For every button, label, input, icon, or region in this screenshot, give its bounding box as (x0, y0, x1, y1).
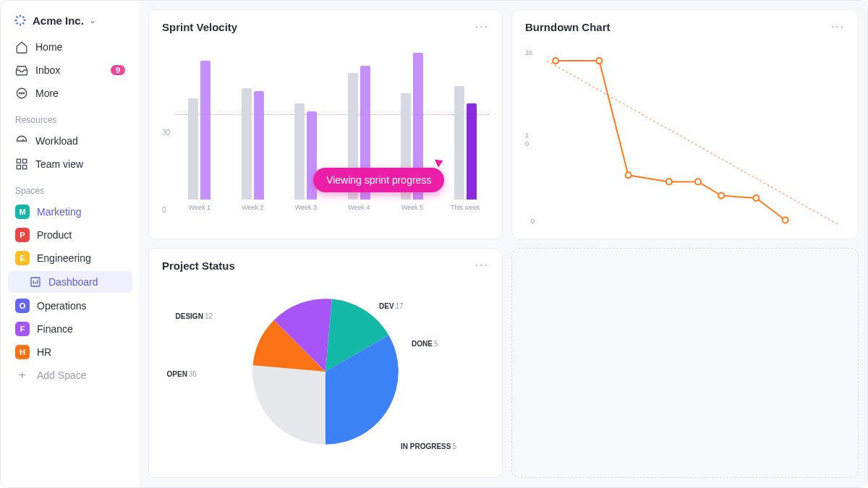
bar-planned (188, 98, 198, 200)
space-token-icon: H (15, 345, 30, 359)
sidebar: Acme Inc. ⌄ Home Inbox 9 More Resources … (1, 1, 140, 487)
y-tick: 30 (162, 129, 170, 137)
svg-point-10 (553, 58, 558, 64)
grid-icon (15, 158, 28, 171)
add-space-button[interactable]: + Add Space (8, 364, 132, 387)
space-label: Engineering (37, 252, 91, 264)
card-title: Burndown Chart (525, 21, 610, 33)
sidebar-space-marketing[interactable]: MMarketing (8, 200, 132, 223)
card-burndown: Burndown Chart ··· 20 1 0 0 (511, 9, 859, 239)
svg-point-16 (753, 195, 759, 201)
sidebar-space-finance[interactable]: FFinance (8, 317, 132, 341)
space-label: Marketing (37, 206, 81, 218)
svg-rect-5 (23, 159, 27, 163)
add-space-label: Add Space (37, 369, 87, 381)
x-tick: Week 5 (401, 204, 423, 211)
y-tick: 20 (525, 49, 532, 56)
sidebar-space-operations[interactable]: OOperations (8, 294, 132, 317)
card-project-status: Project Status ··· OPEN36DESIGN12DEV17DO… (148, 248, 503, 478)
nav-teamview-label: Team view (35, 158, 125, 170)
space-token-icon: E (15, 251, 30, 265)
burndown-chart: 20 1 0 0 (525, 38, 845, 229)
space-label: Product (37, 229, 72, 241)
dashboard-icon (30, 276, 41, 288)
card-sprint-velocity: Sprint Velocity ··· 30 0 Week 1 Week 2 W… (148, 9, 503, 239)
svg-point-3 (23, 93, 25, 94)
pie-label-done: DONE5 (412, 340, 438, 348)
x-tick: Week 1 (189, 204, 210, 211)
sidebar-space-product[interactable]: PProduct (8, 223, 132, 247)
space-token-icon: P (15, 228, 30, 242)
space-label: Finance (37, 323, 73, 335)
svg-point-11 (596, 58, 602, 64)
svg-point-1 (19, 93, 20, 94)
nav-inbox-label: Inbox (35, 64, 103, 76)
svg-rect-6 (17, 166, 20, 169)
svg-rect-4 (17, 159, 20, 163)
sidebar-space-engineering[interactable]: EEngineering (8, 247, 132, 270)
project-status-chart: OPEN36DESIGN12DEV17DONE5IN PROGRESS5 (162, 276, 489, 467)
y-tick: 0 (525, 140, 529, 147)
nav-inbox[interactable]: Inbox 9 (8, 59, 132, 82)
sidebar-item-dashboard[interactable]: Dashboard (8, 271, 132, 293)
space-token-icon: M (15, 205, 30, 219)
card-title: Project Status (162, 260, 235, 272)
svg-point-13 (666, 179, 672, 184)
nav-teamview[interactable]: Team view (8, 153, 132, 176)
chevron-down-icon: ⌄ (90, 17, 95, 25)
card-more-button[interactable]: ··· (831, 20, 845, 33)
sprint-velocity-chart: 30 0 Week 1 Week 2 Week 3 Week 4 Week 5 … (162, 38, 489, 228)
space-token-icon: F (15, 322, 30, 336)
bar-planned (242, 88, 252, 200)
pie-label-design: DESIGN12 (176, 312, 213, 320)
gauge-icon (15, 134, 28, 147)
x-tick: Week 3 (295, 204, 317, 211)
bar-planned (454, 86, 464, 200)
card-more-button[interactable]: ··· (475, 259, 489, 272)
bar-completed (200, 61, 210, 200)
x-tick: This week (451, 204, 480, 211)
nav-home-label: Home (35, 41, 125, 53)
burndown-svg (540, 45, 845, 229)
section-resources-title: Resources (8, 105, 132, 129)
svg-line-9 (547, 61, 838, 224)
y-tick: 1 (525, 132, 529, 139)
nav-more-label: More (35, 87, 125, 99)
card-more-button[interactable]: ··· (475, 20, 489, 33)
home-icon (15, 40, 28, 53)
tooltip-pill: Viewing sprint progress (313, 168, 444, 192)
svg-point-17 (783, 217, 788, 223)
workspace-name: Acme Inc. (33, 14, 84, 27)
x-tick: Week 4 (348, 204, 370, 211)
nav-home[interactable]: Home (8, 35, 132, 59)
bar-completed (467, 103, 477, 200)
workspace-switcher[interactable]: Acme Inc. ⌄ (8, 11, 132, 35)
pie-slice-open (252, 365, 326, 445)
dashboard-label: Dashboard (48, 276, 98, 288)
inbox-icon (15, 64, 28, 77)
sidebar-space-hr[interactable]: HHR (8, 341, 132, 364)
main-content: Sprint Velocity ··· 30 0 Week 1 Week 2 W… (140, 1, 867, 487)
inbox-badge: 9 (111, 65, 125, 75)
pie-chart-svg (250, 296, 401, 448)
card-title: Sprint Velocity (162, 21, 237, 33)
bar-planned (294, 103, 305, 200)
svg-rect-7 (23, 166, 27, 169)
more-icon (15, 87, 28, 100)
svg-point-14 (695, 179, 701, 184)
empty-card-placeholder[interactable] (511, 248, 859, 478)
bar-completed (254, 91, 264, 200)
workspace-logo-icon (14, 14, 27, 27)
space-label: Operations (37, 300, 86, 312)
svg-point-2 (21, 93, 22, 94)
x-tick: Week 2 (242, 204, 263, 211)
space-label: HR (37, 346, 51, 358)
pie-label-dev: DEV17 (379, 302, 404, 310)
pie-label-in-progress: IN PROGRESS5 (401, 442, 456, 450)
nav-more[interactable]: More (8, 82, 132, 105)
y-tick: 0 (531, 218, 535, 225)
svg-point-12 (626, 172, 631, 178)
nav-workload[interactable]: Workload (8, 129, 132, 153)
plus-icon: + (15, 369, 30, 382)
pie-label-open: OPEN36 (167, 370, 197, 378)
